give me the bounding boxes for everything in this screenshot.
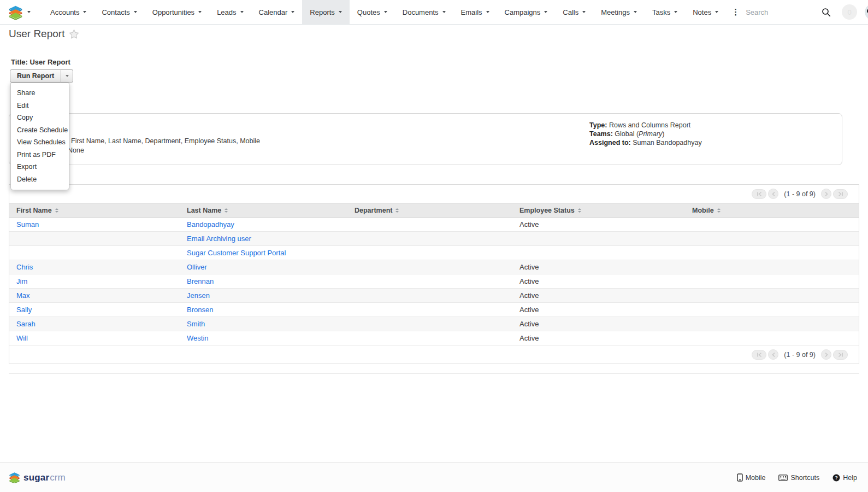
home-menu-button[interactable] [0, 0, 36, 24]
cell-employee-status: Active [512, 334, 685, 342]
search-icon[interactable] [822, 8, 831, 17]
first-name-link[interactable]: Max [16, 291, 30, 300]
nav-item-documents[interactable]: Documents [395, 0, 453, 24]
last-name-link[interactable]: Jensen [187, 291, 210, 300]
first-name-link[interactable]: Jim [16, 277, 27, 285]
nav-item-reports[interactable]: Reports [302, 0, 350, 24]
nav-item-calendar[interactable]: Calendar [251, 0, 303, 24]
nav-item-label: Calls [563, 8, 578, 16]
first-name-link[interactable]: Chris [16, 263, 33, 271]
report-title-label: Title: User Report [11, 58, 70, 66]
menu-item-export[interactable]: Export [11, 161, 69, 173]
navbar-right: 0 + [746, 0, 868, 24]
footer: sugar crm Mobile Shortcuts ? Help [0, 462, 868, 492]
nav-item-opportunities[interactable]: Opportunities [145, 0, 209, 24]
nav-item-label: Accounts [50, 8, 79, 16]
last-page-button[interactable] [833, 350, 848, 360]
nav-item-contacts[interactable]: Contacts [94, 0, 144, 24]
schedule-value: None [68, 147, 84, 154]
chevron-down-icon [134, 11, 137, 13]
last-name-link[interactable]: Westin [187, 334, 209, 342]
type-label: Type: [589, 121, 607, 129]
more-modules-icon[interactable]: ⋮ [726, 0, 746, 24]
next-page-button[interactable] [821, 189, 831, 199]
chevron-down-icon [83, 11, 86, 13]
menu-item-view-schedules[interactable]: View Schedules [11, 136, 69, 149]
pagination-top: (1 - 9 of 9) [9, 185, 859, 203]
cell-last-name: Sugar Customer Support Portal [180, 249, 347, 257]
table-row: SarahSmithActive [9, 317, 859, 331]
footer-link-shortcuts[interactable]: Shortcuts [778, 474, 819, 482]
column-header-label: Last Name [187, 207, 221, 214]
footer-link-help[interactable]: ? Help [832, 474, 857, 482]
cell-employee-status: Active [512, 306, 685, 314]
footer-link-label: Mobile [746, 474, 766, 482]
cell-first-name: Jim [9, 277, 180, 285]
prev-page-button[interactable] [768, 349, 778, 360]
pagination-range: (1 - 9 of 9) [784, 351, 816, 359]
footer-link-mobile[interactable]: Mobile [737, 473, 766, 482]
keyboard-icon [778, 475, 788, 481]
nav-item-label: Opportunities [152, 8, 194, 16]
nav-item-label: Contacts [102, 8, 129, 16]
cell-employee-status: Active [512, 277, 685, 285]
column-header-department[interactable]: Department [347, 207, 512, 214]
menu-item-print-as-pdf[interactable]: Print as PDF [11, 149, 69, 161]
user-menu-button[interactable] [865, 4, 868, 20]
nav-item-leads[interactable]: Leads [209, 0, 251, 24]
last-name-link[interactable]: Email Archiving user [187, 235, 251, 243]
first-page-button[interactable] [752, 189, 766, 199]
app-root: AccountsContactsOpportunitiesLeadsCalend… [0, 0, 868, 492]
last-name-link[interactable]: Bandopadhyay [187, 220, 234, 229]
nav-item-notes[interactable]: Notes [685, 0, 726, 24]
brand-name-light: crm [50, 472, 65, 483]
last-name-link[interactable]: Olliver [187, 263, 207, 271]
prev-page-button[interactable] [768, 189, 778, 199]
menu-item-edit[interactable]: Edit [11, 99, 69, 112]
first-page-button[interactable] [752, 350, 766, 360]
last-name-link[interactable]: Bronsen [187, 306, 213, 314]
nav-item-accounts[interactable]: Accounts [43, 0, 94, 24]
cell-last-name: Brennan [180, 277, 347, 285]
menu-item-delete[interactable]: Delete [11, 173, 69, 186]
next-page-button[interactable] [821, 349, 831, 360]
menu-item-create-schedule[interactable]: Create Schedule [11, 124, 69, 137]
first-name-link[interactable]: Suman [16, 220, 39, 229]
nav-item-label: Meetings [601, 8, 630, 16]
column-header-mobile[interactable]: Mobile [685, 207, 859, 214]
run-report-dropdown-toggle[interactable] [61, 69, 73, 83]
pager: (1 - 9 of 9) [752, 349, 848, 360]
search-input[interactable] [746, 8, 814, 16]
menu-item-share[interactable]: Share [11, 87, 69, 99]
last-name-link[interactable]: Sugar Customer Support Portal [187, 249, 286, 257]
nav-item-emails[interactable]: Emails [453, 0, 497, 24]
last-page-button[interactable] [833, 189, 848, 199]
first-name-link[interactable]: Sarah [16, 320, 36, 328]
cell-first-name: Will [9, 334, 180, 342]
favorite-star-icon[interactable] [69, 29, 79, 39]
last-name-link[interactable]: Smith [187, 320, 205, 328]
column-header-employee-status[interactable]: Employee Status [512, 207, 685, 214]
chevron-down-icon [544, 11, 547, 13]
run-report-button[interactable]: Run Report [10, 69, 61, 83]
first-name-link[interactable]: Sally [16, 306, 32, 314]
report-actions-menu: ShareEditCopyCreate ScheduleView Schedul… [10, 83, 69, 190]
chevron-down-icon [384, 11, 387, 13]
nav-item-calls[interactable]: Calls [555, 0, 593, 24]
first-name-link[interactable]: Will [16, 334, 28, 342]
nav-item-meetings[interactable]: Meetings [593, 0, 645, 24]
table-row: MaxJensenActive [9, 289, 859, 303]
module-menu: AccountsContactsOpportunitiesLeadsCalend… [43, 0, 726, 24]
last-name-link[interactable]: Brennan [187, 277, 214, 285]
sort-icon [225, 208, 228, 213]
column-header-last-name[interactable]: Last Name [180, 207, 347, 214]
cell-first-name: Chris [9, 263, 180, 271]
column-header-first-name[interactable]: First Name [9, 207, 180, 214]
menu-item-copy[interactable]: Copy [11, 112, 69, 124]
sort-icon [55, 208, 58, 213]
nav-item-tasks[interactable]: Tasks [645, 0, 685, 24]
nav-item-campaigns[interactable]: Campaigns [497, 0, 556, 24]
nav-item-label: Tasks [652, 8, 670, 16]
nav-item-quotes[interactable]: Quotes [350, 0, 395, 24]
notification-badge[interactable]: 0 [842, 4, 857, 20]
